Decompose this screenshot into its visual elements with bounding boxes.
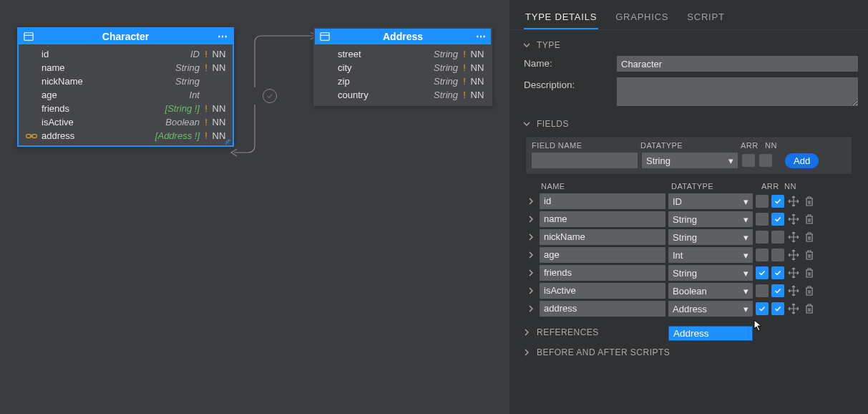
- type-name-input[interactable]: [617, 56, 858, 72]
- entity-field-row[interactable]: friends[String !]!NN: [19, 102, 233, 115]
- diagram-canvas[interactable]: Character⋯idID!NNnameString!NNnickNameSt…: [0, 0, 509, 414]
- entity-field-row[interactable]: zipString!NN: [315, 74, 491, 88]
- field-name-input[interactable]: age: [540, 247, 665, 263]
- add-col-datatype: DATATYPE: [640, 141, 741, 150]
- entity-field-row[interactable]: idID!NN: [19, 47, 233, 61]
- move-icon[interactable]: [787, 213, 800, 226]
- expand-icon[interactable]: [525, 198, 537, 205]
- tab-type-details[interactable]: TYPE DETAILS: [524, 7, 598, 29]
- entity-field-row[interactable]: ageInt: [19, 88, 233, 102]
- trash-icon[interactable]: [803, 302, 816, 315]
- field-name-input[interactable]: friends: [540, 265, 665, 281]
- move-icon[interactable]: [787, 195, 800, 208]
- arr-checkbox[interactable]: [756, 213, 769, 226]
- new-field-type-value: String: [646, 155, 670, 166]
- field-name-input[interactable]: nickName: [540, 229, 665, 245]
- expand-icon[interactable]: [525, 269, 537, 276]
- add-field-button[interactable]: Add: [785, 153, 819, 168]
- field-name-input[interactable]: name: [540, 211, 665, 227]
- type-dropdown-option[interactable]: Address: [668, 326, 753, 341]
- field-name: friends: [39, 103, 162, 114]
- expand-icon[interactable]: [525, 251, 537, 259]
- field-name-input[interactable]: isActive: [540, 283, 665, 299]
- trash-icon[interactable]: [803, 231, 816, 244]
- trash-icon[interactable]: [803, 266, 816, 279]
- type-section-header[interactable]: TYPE: [520, 37, 858, 53]
- tab-script[interactable]: SCRIPT: [686, 7, 726, 29]
- entity-field-row[interactable]: nameString!NN: [19, 61, 233, 74]
- caret-down-icon: ▾: [743, 214, 748, 225]
- field-type-select[interactable]: Address▾: [668, 301, 753, 317]
- arr-checkbox[interactable]: [756, 249, 769, 261]
- add-col-fieldname: FIELD NAME: [532, 141, 640, 150]
- move-icon[interactable]: [787, 302, 800, 315]
- entity-field-row[interactable]: nickNameString: [19, 74, 233, 88]
- move-icon[interactable]: [787, 284, 800, 297]
- scripts-section-header[interactable]: BEFORE AND AFTER SCRIPTS: [520, 345, 858, 360]
- expand-icon[interactable]: [525, 234, 537, 241]
- resize-handle[interactable]: [224, 137, 231, 144]
- field-type-value: String: [673, 232, 697, 243]
- move-icon[interactable]: [787, 266, 800, 279]
- field-name-input[interactable]: id: [540, 193, 665, 209]
- field-type-select[interactable]: String▾: [668, 229, 753, 245]
- field-type-select[interactable]: String▾: [668, 265, 753, 281]
- entity-field-row[interactable]: countryString!NN: [315, 88, 491, 102]
- trash-icon[interactable]: [803, 249, 816, 261]
- trash-icon[interactable]: [803, 284, 816, 297]
- fields-section-header[interactable]: FIELDS: [520, 116, 858, 132]
- add-field-panel: FIELD NAME DATATYPE ARR NN String ▾ Add: [525, 136, 852, 175]
- new-field-name-input[interactable]: [532, 153, 638, 168]
- references-label: REFERENCES: [537, 327, 599, 337]
- field-type: Int: [187, 90, 203, 100]
- field-type-select[interactable]: String▾: [668, 211, 753, 227]
- arr-checkbox[interactable]: [756, 284, 769, 297]
- nn-checkbox[interactable]: [771, 195, 784, 208]
- expand-icon[interactable]: [525, 287, 537, 294]
- entity-field-row[interactable]: streetString!NN: [315, 47, 491, 61]
- entity-field-row[interactable]: address[Address !]!NN: [19, 129, 233, 143]
- relation-joint-icon[interactable]: [263, 89, 277, 103]
- expand-icon[interactable]: [525, 216, 537, 223]
- nn-checkbox[interactable]: [771, 213, 784, 226]
- new-field-nn-checkbox[interactable]: [759, 154, 772, 167]
- nn-checkbox[interactable]: [771, 284, 784, 297]
- more-icon[interactable]: ⋯: [475, 31, 487, 42]
- entity-field-row[interactable]: isActiveBoolean!NN: [19, 115, 233, 129]
- field-type-select[interactable]: Int▾: [668, 247, 753, 263]
- arr-checkbox[interactable]: [756, 195, 769, 208]
- chevron-down-icon: [522, 41, 531, 49]
- move-icon[interactable]: [787, 249, 800, 261]
- entity-character[interactable]: Character⋯idID!NNnameString!NNnickNameSt…: [17, 27, 234, 147]
- entity-address[interactable]: Address⋯streetString!NNcityString!NNzipS…: [313, 27, 492, 106]
- nn-indicator: NN: [468, 90, 487, 100]
- trash-icon[interactable]: [803, 213, 816, 226]
- nn-checkbox[interactable]: [771, 266, 784, 279]
- new-field-arr-checkbox[interactable]: [742, 154, 755, 167]
- required-icon: !: [203, 49, 210, 59]
- field-type-select[interactable]: ID▾: [668, 193, 753, 209]
- entity-field-row[interactable]: cityString!NN: [315, 61, 491, 74]
- nn-checkbox[interactable]: [771, 249, 784, 261]
- description-label: Description:: [524, 77, 610, 90]
- field-name-input[interactable]: address: [540, 301, 665, 317]
- field-type-select[interactable]: Boolean▾: [668, 283, 753, 299]
- type-description-input[interactable]: [617, 77, 858, 106]
- field-name: zip: [335, 76, 431, 87]
- trash-icon[interactable]: [803, 195, 816, 208]
- more-icon[interactable]: ⋯: [217, 31, 228, 42]
- field-type: [Address !]: [152, 130, 203, 141]
- entity-header[interactable]: Address⋯: [315, 29, 491, 44]
- arr-checkbox[interactable]: [756, 302, 769, 315]
- add-col-nn: NN: [765, 141, 786, 150]
- table-icon: [319, 31, 331, 42]
- entity-header[interactable]: Character⋯: [19, 29, 233, 44]
- nn-checkbox[interactable]: [771, 231, 784, 244]
- nn-checkbox[interactable]: [771, 302, 784, 315]
- new-field-type-select[interactable]: String ▾: [642, 153, 738, 168]
- tab-graphics[interactable]: GRAPHICS: [614, 7, 670, 29]
- move-icon[interactable]: [787, 231, 800, 244]
- arr-checkbox[interactable]: [756, 266, 769, 279]
- arr-checkbox[interactable]: [756, 231, 769, 244]
- expand-icon[interactable]: [525, 305, 537, 312]
